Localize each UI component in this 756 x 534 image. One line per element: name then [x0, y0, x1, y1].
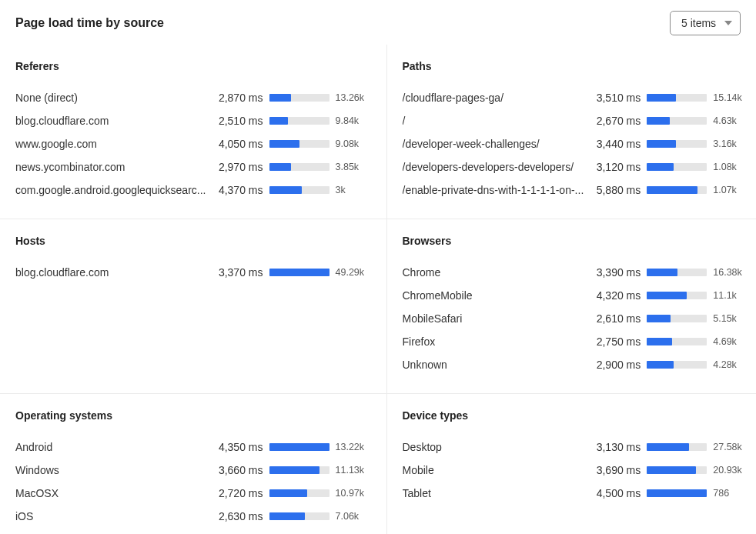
row-bar — [647, 466, 707, 474]
row-bar — [647, 186, 707, 194]
data-row[interactable]: MacOSX2,720 ms10.97k — [15, 482, 371, 505]
page-title: Page load time by source — [15, 16, 164, 30]
row-bar — [647, 269, 707, 276]
row-bar — [647, 292, 707, 299]
data-row[interactable]: com.google.android.googlequicksearc...4,… — [15, 179, 371, 202]
data-row[interactable]: Windows3,660 ms11.13k — [15, 459, 371, 482]
data-row[interactable]: Chrome3,390 ms16.38k — [403, 261, 749, 284]
data-row[interactable]: iOS2,630 ms7.06k — [15, 505, 371, 528]
row-count: 4.63k — [713, 115, 748, 126]
row-bar-fill — [647, 163, 673, 171]
data-row[interactable]: /developers-developers-developers/3,120 … — [403, 155, 749, 179]
data-row[interactable]: Firefox2,750 ms4.69k — [403, 330, 749, 353]
row-count: 4.28k — [713, 359, 748, 370]
row-bar-fill — [269, 466, 320, 474]
row-bar-fill — [269, 163, 292, 171]
row-bar — [647, 443, 707, 451]
row-bar — [269, 269, 329, 276]
row-name: /enable-private-dns-with-1-1-1-1-on-... — [403, 184, 584, 196]
row-load-time: 2,610 ms — [590, 312, 641, 325]
row-count: 11.13k — [336, 465, 371, 476]
row-bar — [647, 338, 707, 345]
row-count: 3.16k — [713, 139, 748, 149]
items-count-dropdown[interactable]: 5 items — [670, 11, 741, 35]
row-bar — [269, 163, 329, 171]
row-name: /cloudflare-pages-ga/ — [403, 92, 584, 104]
row-load-time: 2,970 ms — [212, 161, 263, 173]
data-row[interactable]: None (direct)2,870 ms13.26k — [15, 86, 371, 109]
row-bar-fill — [647, 489, 707, 497]
row-load-time: 3,690 ms — [590, 464, 641, 476]
data-row[interactable]: /enable-private-dns-with-1-1-1-1-on-...5… — [403, 179, 749, 202]
row-load-time: 5,880 ms — [590, 184, 641, 196]
row-load-time: 3,510 ms — [590, 92, 641, 104]
data-row[interactable]: blog.cloudflare.com2,510 ms9.84k — [15, 109, 371, 132]
row-load-time: 4,500 ms — [590, 487, 641, 499]
panel-title: Hosts — [15, 235, 371, 247]
row-count: 786 — [713, 488, 748, 499]
row-name: / — [403, 115, 584, 127]
row-count: 13.26k — [336, 92, 371, 103]
row-name: MobileSafari — [403, 312, 584, 325]
row-bar-fill — [269, 512, 306, 520]
data-row[interactable]: Mobile3,690 ms20.93k — [403, 459, 749, 482]
row-bar — [269, 140, 329, 148]
data-row[interactable]: /2,670 ms4.63k — [403, 109, 749, 132]
row-bar — [269, 117, 329, 125]
row-load-time: 3,390 ms — [590, 266, 641, 279]
data-row[interactable]: news.ycombinator.com2,970 ms3.85k — [15, 155, 371, 179]
data-row[interactable]: MobileSafari2,610 ms5.15k — [403, 307, 749, 330]
dropdown-label: 5 items — [681, 17, 716, 29]
row-count: 9.84k — [336, 115, 371, 126]
row-count: 20.93k — [713, 465, 748, 476]
row-name: iOS — [15, 510, 206, 522]
row-load-time: 3,440 ms — [590, 138, 641, 150]
row-name: Chrome — [403, 266, 584, 279]
row-name: Desktop — [403, 441, 584, 453]
row-bar — [647, 117, 707, 125]
row-bar — [647, 315, 707, 322]
row-bar-fill — [647, 443, 689, 451]
row-bar-fill — [647, 117, 670, 125]
row-name: None (direct) — [15, 92, 206, 104]
data-row[interactable]: Unknown2,900 ms4.28k — [403, 353, 749, 376]
row-bar-fill — [269, 140, 299, 148]
data-row[interactable]: ChromeMobile4,320 ms11.1k — [403, 284, 749, 307]
row-count: 9.08k — [336, 139, 371, 149]
panel: Device typesDesktop3,130 ms27.58kMobile3… — [387, 393, 757, 534]
row-bar-fill — [647, 140, 675, 148]
row-count: 3.85k — [336, 162, 371, 172]
data-row[interactable]: /developer-week-challenges/3,440 ms3.16k — [403, 132, 749, 155]
row-name: Unknown — [403, 359, 584, 371]
row-count: 7.06k — [336, 511, 371, 522]
data-row[interactable]: Tablet4,500 ms786 — [403, 482, 749, 505]
data-row[interactable]: /cloudflare-pages-ga/3,510 ms15.14k — [403, 86, 749, 109]
row-bar — [647, 489, 707, 497]
row-load-time: 2,670 ms — [590, 115, 641, 127]
row-bar-fill — [269, 117, 288, 125]
row-count: 27.58k — [713, 442, 748, 452]
row-bar — [269, 512, 329, 520]
row-count: 1.07k — [713, 185, 748, 195]
row-name: Tablet — [403, 487, 584, 499]
row-load-time: 2,750 ms — [590, 335, 641, 348]
row-count: 13.22k — [336, 442, 371, 452]
row-count: 3k — [336, 185, 371, 195]
row-count: 16.38k — [713, 267, 748, 278]
row-bar-fill — [647, 361, 673, 369]
row-load-time: 2,870 ms — [212, 92, 263, 104]
data-row[interactable]: Android4,350 ms13.22k — [15, 436, 371, 459]
data-row[interactable]: www.google.com4,050 ms9.08k — [15, 132, 371, 155]
panel-title: Operating systems — [15, 409, 371, 422]
panel-title: Referers — [15, 60, 371, 72]
data-row[interactable]: Desktop3,130 ms27.58k — [403, 436, 749, 459]
data-row[interactable]: blog.cloudflare.com3,370 ms49.29k — [15, 261, 371, 284]
data-row[interactable]: Unknown2,900 ms4.28k — [15, 528, 371, 534]
row-name: /developer-week-challenges/ — [403, 138, 584, 150]
panel-title: Browsers — [403, 235, 749, 247]
row-bar — [269, 443, 329, 451]
row-load-time: 2,900 ms — [590, 359, 641, 371]
row-name: Mobile — [403, 464, 584, 476]
row-bar-fill — [269, 269, 329, 276]
row-load-time: 4,370 ms — [212, 184, 263, 196]
